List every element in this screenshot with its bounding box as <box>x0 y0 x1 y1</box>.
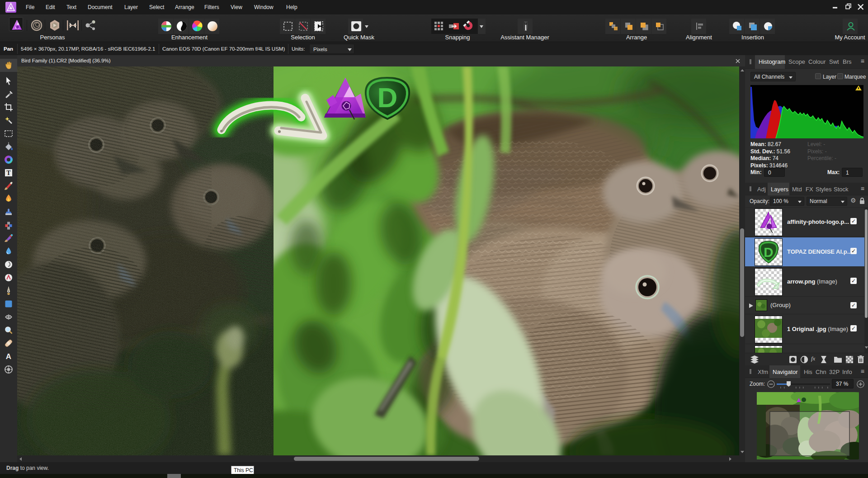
svg-text:T: T <box>6 170 11 176</box>
svg-text:A: A <box>6 352 11 361</box>
svg-text:D: D <box>377 82 398 113</box>
svg-text:D: D <box>764 245 773 260</box>
